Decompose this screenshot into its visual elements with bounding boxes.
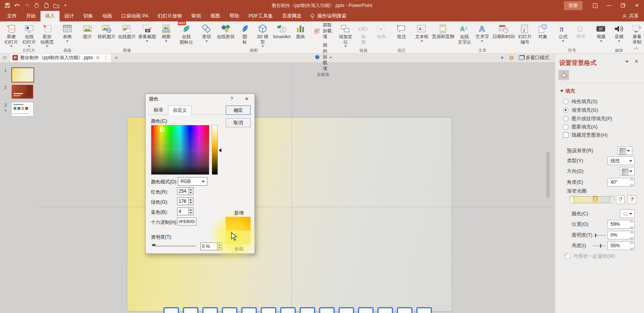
ribbon-button-online-picture[interactable]: 联机图片 bbox=[97, 22, 117, 40]
slide-thumbnail-2[interactable] bbox=[11, 84, 33, 99]
green-input[interactable] bbox=[177, 197, 189, 205]
ribbon-button-anim-page[interactable]: 新加动画页 bbox=[38, 22, 56, 47]
ribbon-button-object[interactable]: 对象 bbox=[534, 22, 552, 40]
fill-section-header[interactable]: 填充 bbox=[565, 88, 575, 95]
spectrum-marker-icon[interactable] bbox=[160, 127, 164, 132]
ribbon-tab-1[interactable]: 文件 bbox=[2, 11, 21, 21]
transparency-slider[interactable] bbox=[153, 246, 196, 246]
slider-handle-icon[interactable] bbox=[600, 244, 601, 248]
customize-qat-icon[interactable] bbox=[61, 2, 70, 9]
fill-option-1[interactable]: 纯色填充(S) bbox=[563, 98, 598, 105]
ribbon-button-online-slide[interactable]: 在线幻灯片 bbox=[20, 22, 38, 47]
slide-thumbnail-3[interactable] bbox=[11, 102, 33, 116]
stop-transparency-spinner[interactable]: 0% bbox=[607, 231, 635, 239]
ribbon-button-online-shapes[interactable]: 在线形状 bbox=[216, 22, 236, 40]
ribbon-button-header-footer[interactable]: 页眉和页脚 bbox=[431, 22, 456, 40]
ribbon-tab-10[interactable]: 视图 bbox=[206, 11, 225, 21]
tab-standard[interactable]: 标准 bbox=[149, 106, 167, 114]
ribbon-tab-7[interactable]: 口袋动画 PA bbox=[117, 11, 153, 21]
ribbon-button-bar-chart[interactable]: 图表 bbox=[291, 22, 309, 40]
remove-gradient-stop-button[interactable]: × bbox=[628, 195, 636, 204]
green-stepper[interactable] bbox=[188, 197, 193, 205]
gradient-stop-selected[interactable] bbox=[593, 196, 597, 204]
ribbon-tab-6[interactable]: 动画 bbox=[98, 11, 117, 21]
ribbon-button-my-addins[interactable]: 我的加载项 bbox=[314, 42, 332, 72]
ribbon-tab-13[interactable]: 百度网盘 bbox=[277, 11, 306, 21]
spinner-arrows-icon[interactable] bbox=[630, 232, 633, 239]
blue-stepper[interactable] bbox=[188, 207, 193, 215]
ribbon-button-icon-cloud[interactable]: 在线图标云HOT bbox=[177, 22, 195, 45]
ribbon-button-picture[interactable]: 图片 bbox=[79, 22, 97, 40]
dialog-help-button[interactable]: ? bbox=[230, 96, 233, 102]
ribbon-button-screenshot[interactable]: +屏幕截图 bbox=[137, 22, 157, 42]
restore-button[interactable] bbox=[616, 0, 630, 11]
login-button[interactable]: 登录 bbox=[564, 1, 583, 10]
ribbon-tab-9[interactable]: 审阅 bbox=[187, 11, 206, 21]
ribbon-tab-5[interactable]: 切换 bbox=[79, 11, 98, 21]
spinner-arrows-icon[interactable] bbox=[630, 243, 633, 249]
luminance-bar[interactable] bbox=[212, 125, 218, 175]
share-button[interactable]: 共享 bbox=[622, 11, 644, 21]
slider-handle-icon[interactable] bbox=[595, 234, 596, 237]
red-stepper[interactable] bbox=[188, 187, 193, 195]
slide-canvas[interactable] bbox=[37, 63, 555, 313]
close-button[interactable]: ✕ bbox=[630, 0, 644, 11]
transparency-input[interactable] bbox=[200, 243, 218, 250]
redo-icon[interactable]: ↷ bbox=[23, 2, 31, 9]
brightness-mini-slider[interactable] bbox=[593, 246, 606, 246]
fill-option-4[interactable]: 图案填充(A) bbox=[563, 124, 598, 130]
type-select[interactable]: 线性 bbox=[607, 156, 635, 165]
ribbon-button-model-3d[interactable]: 3D 模型 bbox=[254, 22, 272, 47]
open-folder-icon[interactable] bbox=[52, 2, 60, 9]
fill-option-5[interactable]: 隐藏背景图形(H) bbox=[563, 132, 607, 138]
horizontal-guide[interactable] bbox=[37, 207, 555, 207]
ribbon-button-video[interactable]: 视频 bbox=[592, 22, 610, 42]
spinner-arrows-icon[interactable] bbox=[630, 179, 633, 186]
ribbon-button-datetime[interactable]: 日期和时间 bbox=[491, 22, 516, 40]
save-icon[interactable] bbox=[3, 2, 12, 9]
slide-thumbnail-1[interactable] bbox=[11, 67, 34, 83]
tell-me-search[interactable]: 操作说明搜索 bbox=[306, 11, 350, 21]
close-document-tab-icon[interactable]: ✕ bbox=[95, 55, 100, 60]
fill-option-2[interactable]: 渐变填充(G) bbox=[563, 107, 598, 113]
ribbon-button-slide-number[interactable]: #幻灯片编号 bbox=[516, 22, 534, 45]
ribbon-button-screen-record[interactable]: +屏幕录制 bbox=[628, 22, 644, 45]
ok-button[interactable]: 确定 bbox=[226, 106, 251, 115]
rotate-with-shape-option[interactable]: ✓ 与形状一起旋转(W) bbox=[565, 253, 615, 259]
new-file-icon[interactable] bbox=[42, 2, 51, 9]
fill-option-3[interactable]: 图片或纹理填充(P) bbox=[563, 116, 612, 122]
cancel-button[interactable]: 取消 bbox=[226, 118, 251, 127]
ribbon-button-audio[interactable]: 音频 bbox=[610, 22, 628, 42]
ribbon-button-shapes[interactable]: 形状 bbox=[198, 22, 216, 42]
tab-custom[interactable]: 自定义 bbox=[168, 106, 191, 115]
radio-icon[interactable] bbox=[563, 124, 569, 130]
ribbon-tab-4[interactable]: 设计 bbox=[60, 11, 79, 21]
vertical-guide[interactable] bbox=[291, 63, 292, 313]
checkbox-icon[interactable] bbox=[563, 132, 569, 138]
document-tab-more-icon[interactable]: ⋮ bbox=[103, 55, 109, 60]
ribbon-button-textbox[interactable]: A文本框 bbox=[413, 22, 431, 42]
ribbon-button-get-addins[interactable]: +获取加载项 bbox=[314, 22, 332, 40]
color-dialog-titlebar[interactable]: 颜色 bbox=[146, 94, 254, 104]
ribbon-tab-12[interactable]: PDF工具集 bbox=[244, 11, 278, 21]
ribbon-button-wordart[interactable]: A艺术字 bbox=[473, 22, 491, 42]
pane-close-icon[interactable]: ✕ bbox=[634, 58, 639, 64]
color-spectrum[interactable] bbox=[151, 125, 209, 175]
ribbon-button-cloud-picture[interactable]: 在线图片 bbox=[117, 22, 137, 40]
transparency-mini-slider[interactable] bbox=[595, 235, 606, 236]
ribbon-button-new-slide[interactable]: ★新建幻灯片 bbox=[2, 22, 20, 47]
transparency-slider-handle[interactable] bbox=[152, 244, 156, 246]
checkbox-icon[interactable]: ✓ bbox=[565, 253, 570, 259]
radio-icon[interactable] bbox=[563, 107, 569, 113]
dialog-close-button[interactable]: ✕ bbox=[245, 96, 249, 102]
red-input[interactable] bbox=[177, 187, 189, 195]
ribbon-tab-11[interactable]: 帮助 bbox=[225, 11, 244, 21]
multi-window-mode-button[interactable]: 多窗口模式 bbox=[519, 55, 549, 61]
transparency-stepper[interactable] bbox=[217, 243, 222, 250]
ribbon-tab-8[interactable]: 幻灯片放映 bbox=[153, 11, 187, 21]
ribbon-button-album[interactable]: 相册 bbox=[157, 22, 175, 42]
canvas-scrollbar[interactable] bbox=[546, 152, 550, 198]
document-tab[interactable]: P 教你制作《ppt制作渐入功能》.pptx ✕ ⋮ bbox=[9, 53, 112, 62]
gear-icon[interactable] bbox=[509, 55, 514, 60]
fill-tab[interactable] bbox=[558, 70, 569, 80]
